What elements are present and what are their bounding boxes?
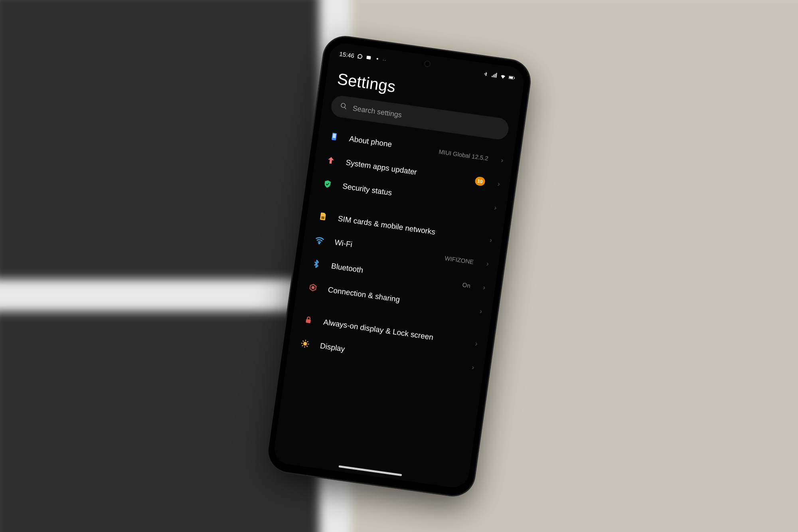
connection-sharing-icon [307,281,320,294]
chevron-right-icon: › [497,179,501,188]
brightness-icon [299,337,312,350]
chevron-right-icon: › [489,235,493,244]
bluetooth-icon [310,257,323,270]
bluetooth-status-icon [482,70,489,77]
phone-info-icon [328,130,341,143]
row-value: On [462,281,471,289]
chevron-right-icon: › [482,283,486,292]
svg-line-19 [307,346,308,346]
battery-icon [508,74,515,81]
svg-line-20 [302,345,303,346]
signal-icon [491,71,498,79]
whatsapp-icon [356,53,363,60]
row-value: MIUI Global 12.5.2 [439,148,489,161]
svg-point-5 [341,103,346,107]
svg-rect-3 [509,76,513,79]
row-label: About phone [349,134,430,154]
svg-line-6 [344,107,346,109]
wifi-status-icon [500,73,507,80]
chevron-right-icon: › [486,259,490,268]
lock-icon [302,313,315,326]
chevron-right-icon: › [479,307,483,315]
more-dots-icon: ·· [382,57,387,62]
wifi-icon [313,233,326,246]
svg-rect-0 [366,55,371,59]
chevron-right-icon: › [474,339,478,348]
svg-point-10 [319,243,320,244]
svg-point-13 [303,341,307,345]
svg-line-21 [307,341,308,342]
update-count-badge: 10 [474,176,486,186]
svg-line-18 [303,340,304,341]
svg-point-11 [312,286,314,289]
movie-icon [365,54,372,61]
search-icon [340,102,348,112]
notification-dot-icon [373,55,381,62]
chevron-right-icon: › [471,363,475,372]
arrow-up-icon [324,154,337,166]
row-value: WIFIZONE [444,254,474,265]
settings-list: About phone MIUI Global 12.5.2 › System … [273,122,515,489]
svg-point-1 [376,57,378,59]
shield-check-icon [321,178,334,190]
chevron-right-icon: › [494,203,497,212]
search-placeholder: Search settings [352,104,403,119]
status-time: 15:46 [339,50,355,59]
sim-card-icon [317,210,330,223]
chevron-right-icon: › [500,156,504,164]
